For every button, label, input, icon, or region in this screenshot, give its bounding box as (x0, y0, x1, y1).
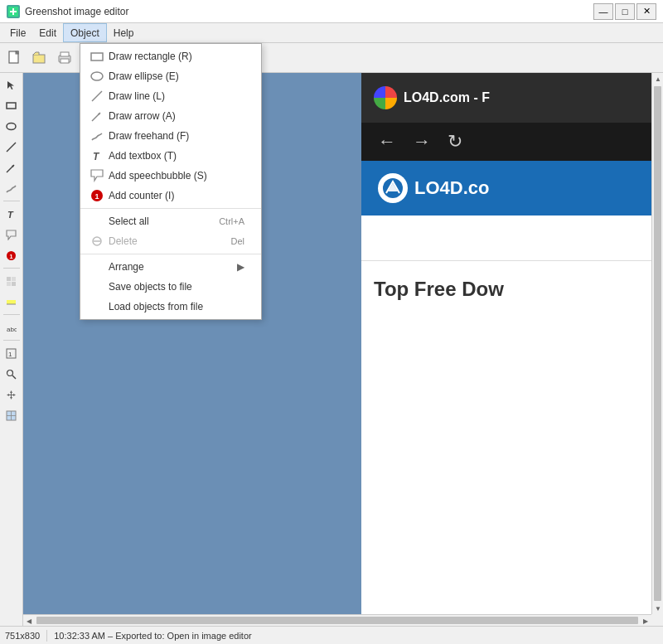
vertical-scrollbar[interactable]: ▲ ▼ (651, 73, 663, 614)
tool-separator-2 (3, 268, 20, 269)
menu-file[interactable]: File (3, 23, 32, 42)
arrow-draw-tool[interactable] (2, 157, 22, 177)
save-objects-label: Save objects to file (109, 281, 192, 293)
draw-freehand-item[interactable]: Draw freehand (F) (80, 126, 261, 146)
draw-freehand-icon (90, 129, 104, 143)
scroll-left-arrow[interactable]: ◀ (23, 615, 35, 626)
draw-rectangle-item[interactable]: Draw rectangle (R) (80, 46, 261, 66)
svg-line-20 (7, 143, 16, 152)
draw-line-icon (90, 90, 104, 103)
svg-rect-26 (12, 277, 16, 281)
add-speechbubble-item[interactable]: Add speechbubble (S) (80, 166, 261, 186)
add-textbox-item[interactable]: T Add textbox (T) (80, 146, 261, 166)
svg-text:1: 1 (8, 351, 12, 358)
line-draw-tool[interactable] (2, 137, 22, 157)
lo4d-icon (378, 173, 408, 203)
blur-tool[interactable] (2, 271, 22, 291)
add-counter-label: Add counter (I) (109, 190, 174, 201)
draw-rect-icon (90, 50, 104, 63)
text-tool[interactable]: T (2, 204, 22, 224)
arrange-item[interactable]: Arrange ▶ (80, 257, 261, 277)
add-textbox-icon: T (90, 149, 104, 162)
svg-rect-29 (7, 300, 16, 304)
zoom-tool[interactable] (2, 364, 22, 384)
cursor-tool[interactable] (2, 75, 22, 94)
new-button[interactable] (3, 46, 27, 70)
close-button[interactable]: ✕ (636, 3, 656, 20)
save-objects-item[interactable]: Save objects to file (80, 277, 261, 297)
delete-label: Delete (109, 235, 138, 247)
svg-text:1: 1 (94, 192, 99, 201)
minimize-button[interactable]: — (593, 3, 613, 20)
svg-rect-9 (60, 59, 69, 63)
menu-edit[interactable]: Edit (32, 23, 63, 42)
draw-line-item[interactable]: Draw line (L) (80, 86, 261, 106)
draw-rect-label: Draw rectangle (R) (109, 51, 192, 62)
step-tool[interactable]: 1 (2, 343, 22, 363)
draw-freehand-label: Draw freehand (F) (109, 130, 189, 142)
load-objects-item[interactable]: Load objects from file (80, 297, 261, 317)
arrange-icon (90, 260, 104, 274)
svg-line-35 (12, 375, 16, 379)
add-counter-icon: 1 (90, 189, 104, 202)
draw-arrow-item[interactable]: Draw arrow (A) (80, 106, 261, 126)
move-tool[interactable] (2, 385, 22, 404)
svg-rect-41 (91, 53, 103, 61)
browser-free-dow: Top Free Dow (361, 261, 651, 317)
print-button[interactable] (53, 46, 76, 70)
scroll-right-arrow[interactable]: ▶ (640, 615, 651, 626)
svg-text:T: T (93, 151, 100, 162)
menu-help[interactable]: Help (107, 23, 141, 42)
window-controls: — □ ✕ (593, 3, 656, 20)
object-menu-dropdown: Draw rectangle (R) Draw ellipse (E) Draw… (80, 43, 262, 320)
lo4d-header: LO4D.co (361, 161, 651, 215)
svg-rect-25 (7, 277, 11, 281)
svg-rect-8 (60, 52, 69, 56)
svg-point-42 (91, 72, 103, 80)
freehand-draw-tool[interactable] (2, 178, 22, 198)
free-dow-label: Top Free Dow (374, 278, 504, 300)
scroll-thumb-v[interactable] (654, 86, 661, 601)
draw-arrow-icon (90, 109, 104, 123)
speech-bubble-tool[interactable] (2, 225, 22, 245)
delete-item[interactable]: Delete Del (80, 231, 261, 251)
maximize-button[interactable]: □ (615, 3, 635, 20)
scroll-up-arrow[interactable]: ▲ (652, 73, 663, 85)
scroll-thumb-h[interactable] (36, 617, 638, 624)
svg-rect-2 (12, 8, 14, 15)
svg-rect-27 (7, 282, 11, 286)
menu-object[interactable]: Object (63, 23, 107, 42)
svg-text:abc: abc (7, 326, 17, 333)
svg-point-19 (7, 123, 16, 129)
select-all-item[interactable]: Select all Ctrl+A (80, 211, 261, 231)
tool-separator-4 (3, 340, 20, 341)
highlight-tool[interactable] (2, 292, 22, 312)
draw-ellipse-item[interactable]: Draw ellipse (E) (80, 66, 261, 86)
resize-tool[interactable] (2, 405, 22, 425)
add-counter-item[interactable]: 1 Add counter (I) (80, 186, 261, 206)
svg-text:T: T (7, 210, 14, 220)
scroll-down-arrow[interactable]: ▼ (652, 603, 663, 614)
browser-toolbar: ← → ↻ (361, 123, 651, 161)
horizontal-scrollbar[interactable]: ◀ ▶ (23, 614, 651, 626)
svg-line-43 (92, 91, 102, 101)
title-bar: Greenshot image editor — □ ✕ (0, 0, 663, 23)
window-title: Greenshot image editor (25, 6, 128, 17)
tool-separator-1 (3, 201, 20, 201)
browser-simulation: LO4D.com - F ← → ↻ (361, 73, 651, 614)
scroll-corner (651, 614, 663, 626)
save-objects-icon (90, 280, 104, 293)
text-tool-2[interactable]: abc (2, 317, 22, 337)
browser-nav: LO4D.com - F (361, 73, 651, 123)
svg-text:1: 1 (9, 253, 13, 260)
counter-tool-btn[interactable]: 1 (2, 245, 22, 265)
ellipse-draw-tool[interactable] (2, 116, 22, 136)
draw-arrow-label: Draw arrow (A) (109, 110, 176, 122)
tool-separator-3 (3, 314, 20, 315)
rect-draw-tool[interactable] (2, 95, 22, 115)
menu-sep-2 (80, 254, 261, 254)
submenu-arrow-icon: ▶ (237, 261, 244, 273)
draw-line-label: Draw line (L) (109, 90, 165, 102)
add-speechbubble-icon (90, 169, 104, 182)
open-button[interactable] (28, 46, 51, 70)
